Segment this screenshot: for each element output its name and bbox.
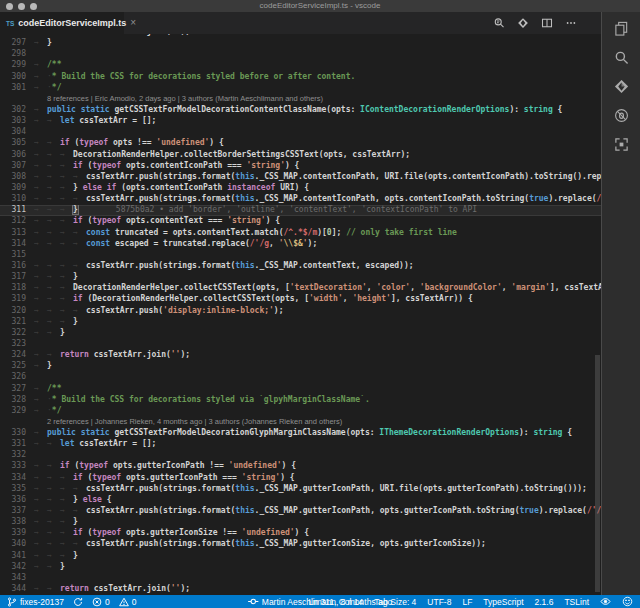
code-line[interactable]: 314→→→→const escaped = truncated.replace… — [0, 239, 601, 250]
line-number[interactable]: 328 — [0, 395, 34, 406]
line-number[interactable]: 344 — [0, 584, 34, 595]
line-number[interactable]: 315 — [0, 250, 34, 261]
line-number[interactable]: 321 — [0, 317, 34, 328]
line-number[interactable]: 334 — [0, 473, 34, 484]
code-line[interactable]: 330→public static getCSSTextForModelDeco… — [0, 428, 601, 439]
line-number[interactable]: 343 — [0, 573, 34, 584]
status-item-error[interactable]: 0 — [92, 597, 110, 607]
code-line[interactable]: 318→→→DecorationRenderHelper.collectCSST… — [0, 283, 601, 294]
status-item[interactable]: TypeScript — [483, 597, 523, 607]
line-number[interactable]: 304 — [0, 127, 34, 138]
code-line[interactable]: 301→·*/ — [0, 83, 601, 94]
vertical-scrollbar[interactable] — [595, 355, 600, 592]
code-line[interactable]: 322→→} — [0, 328, 601, 339]
line-number[interactable]: 317 — [0, 272, 34, 283]
code-line[interactable]: 319→→→if (DecorationRenderHelper.collect… — [0, 294, 601, 305]
line-number[interactable]: 333 — [0, 461, 34, 472]
code-line[interactable]: 329→·*/ — [0, 406, 601, 417]
split-editor-icon[interactable] — [541, 17, 553, 29]
code-line[interactable]: 337→→→→cssTextArr.push(strings.format(th… — [0, 506, 601, 517]
code-line[interactable]: 328→·* Build the CSS for decorations sty… — [0, 395, 601, 406]
code-line[interactable]: 300→·* Build the CSS for decorations sty… — [0, 72, 601, 83]
line-number[interactable]: 340 — [0, 539, 34, 550]
line-number[interactable]: 324 — [0, 350, 34, 361]
line-number[interactable] — [0, 417, 34, 428]
line-number[interactable]: 316 — [0, 261, 34, 272]
line-number[interactable]: 319 — [0, 294, 34, 305]
code-line[interactable]: 324→→return cssTextArr.join(''); — [0, 350, 601, 361]
code-line[interactable]: 310→→→→cssTextArr.push(strings.format(th… — [0, 194, 601, 205]
code-lens-row[interactable]: 8 references | Eric Amodio, 2 days ago |… — [0, 94, 601, 105]
more-actions-icon[interactable] — [565, 17, 577, 29]
code-line[interactable]: 325→} — [0, 361, 601, 372]
line-number[interactable]: 299 — [0, 60, 34, 71]
extensions-icon[interactable] — [609, 136, 633, 152]
line-number[interactable]: 326 — [0, 372, 34, 383]
status-git-blame[interactable]: Martin Aeschlimann, 8 months ago — [248, 596, 392, 607]
status-item[interactable]: TSLint — [564, 597, 589, 607]
line-number[interactable]: 332 — [0, 450, 34, 461]
line-number[interactable]: 297 — [0, 38, 34, 49]
line-number[interactable]: 309 — [0, 183, 34, 194]
code-line[interactable]: 341→→→} — [0, 551, 601, 562]
line-number[interactable]: 327 — [0, 384, 34, 395]
line-number[interactable]: 322 — [0, 328, 34, 339]
tab-codeeditorserviceimpl[interactable]: TS codeEditorServiceImpl.ts × — [0, 12, 124, 34]
line-number[interactable]: 312 — [0, 216, 34, 227]
line-number[interactable]: 325 — [0, 361, 34, 372]
close-button[interactable] — [6, 3, 13, 10]
line-number[interactable]: 302 — [0, 105, 34, 116]
line-number[interactable]: 313 — [0, 228, 34, 239]
line-number[interactable]: 339 — [0, 528, 34, 539]
code-line[interactable]: 334→→→if (typeof opts.gutterIconPath ===… — [0, 473, 601, 484]
code-line[interactable]: 308→→→→cssTextArr.push(strings.format(th… — [0, 172, 601, 183]
gitlens-icon[interactable] — [517, 17, 529, 29]
code-line[interactable]: 298 — [0, 49, 601, 60]
line-number[interactable]: 298 — [0, 49, 34, 60]
line-number[interactable]: 307 — [0, 161, 34, 172]
status-item-git-branch[interactable]: fixes-20137 — [7, 597, 64, 607]
code-line[interactable]: 297→} — [0, 38, 601, 49]
code-line[interactable]: 305→→if (typeof opts !== 'undefined') { — [0, 138, 601, 149]
code-line[interactable]: 320→→→→cssTextArr.push('display:inline-b… — [0, 306, 601, 317]
line-number[interactable]: 329 — [0, 406, 34, 417]
line-number[interactable]: 306 — [0, 150, 34, 161]
line-number[interactable]: 331 — [0, 439, 34, 450]
minimize-button[interactable] — [18, 3, 25, 10]
line-number[interactable]: 338 — [0, 517, 34, 528]
status-item-git-commit[interactable]: Martin Aeschlimann, 8 months ago — [248, 596, 392, 607]
code-line[interactable]: 313→→→→const truncated = opts.contentTex… — [0, 228, 601, 239]
code-line[interactable]: 315 — [0, 250, 601, 261]
code-line[interactable]: 342→→} — [0, 562, 601, 573]
line-number[interactable]: 336 — [0, 495, 34, 506]
gitlens-icon[interactable] — [609, 78, 633, 94]
code-line[interactable]: 299→/** — [0, 60, 601, 71]
code-line[interactable]: 306→→→DecorationRenderHelper.collectBord… — [0, 150, 601, 161]
status-item-eye[interactable] — [600, 596, 611, 607]
code-line[interactable]: 327→/** — [0, 384, 601, 395]
code-line[interactable]: 326 — [0, 372, 601, 383]
line-number[interactable]: 341 — [0, 551, 34, 562]
status-item[interactable]: UTF-8 — [427, 597, 451, 607]
code-line[interactable]: 316→→→→cssTextArr.push(strings.format(th… — [0, 261, 601, 272]
status-item[interactable]: LF — [462, 597, 472, 607]
status-item-warning[interactable]: 0 — [119, 597, 137, 607]
line-number[interactable]: 330 — [0, 428, 34, 439]
code-line[interactable]: 302→public static getCSSTextForModelDeco… — [0, 105, 601, 116]
line-number[interactable]: 314 — [0, 239, 34, 250]
code-line[interactable]: 311→→→}5875b0a2 • add 'border', 'outline… — [0, 205, 601, 216]
code-lens-row[interactable]: 2 references | Johannes Rieken, 4 months… — [0, 417, 601, 428]
code-line[interactable]: 343 — [0, 573, 601, 584]
line-number[interactable]: 342 — [0, 562, 34, 573]
debug-icon[interactable] — [609, 107, 633, 123]
line-number[interactable]: 310 — [0, 194, 34, 205]
code-line[interactable]: 321→→→} — [0, 317, 601, 328]
status-item-smiley[interactable] — [622, 596, 633, 607]
line-number[interactable]: 300 — [0, 72, 34, 83]
line-number[interactable]: 318 — [0, 283, 34, 294]
line-number[interactable]: 323 — [0, 339, 34, 350]
zoom-button[interactable] — [30, 3, 37, 10]
status-item[interactable]: 2.1.6 — [535, 597, 554, 607]
line-number[interactable]: 337 — [0, 506, 34, 517]
line-number[interactable]: 301 — [0, 83, 34, 94]
